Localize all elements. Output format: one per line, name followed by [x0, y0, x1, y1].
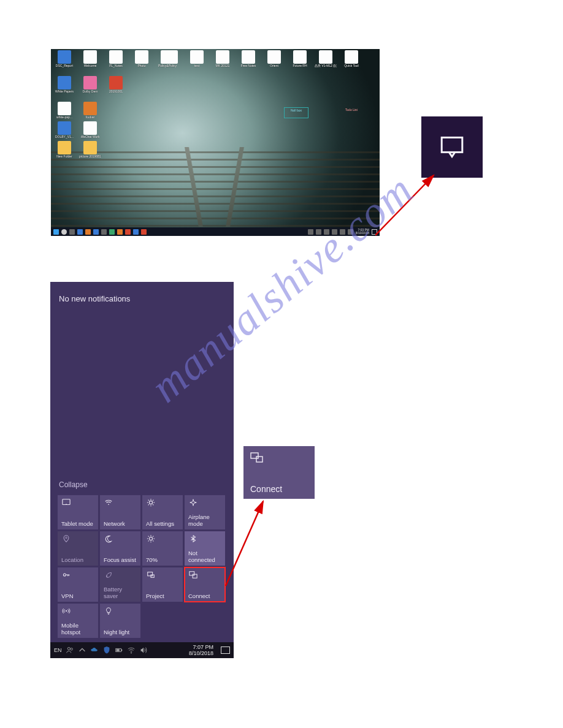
desktop-icon[interactable]: Future RH [289, 50, 311, 67]
desktop-icon[interactable]: white-pap... [53, 102, 75, 119]
quick-action-label: Battery saver [104, 586, 137, 599]
quick-action-battery-saver[interactable]: Battery saver [100, 567, 140, 602]
desktop-icon[interactable]: picture 20190816 [79, 141, 101, 158]
desktop-icon-row-1b: test MK 20121 Free Notes Orient Future R… [160, 50, 362, 67]
connect-icon [188, 571, 198, 579]
onedrive-icon[interactable] [90, 646, 99, 654]
task-view-icon[interactable] [69, 229, 75, 235]
start-button[interactable] [53, 229, 59, 235]
wifi-icon [104, 498, 113, 507]
wifi-icon[interactable] [127, 646, 136, 654]
desktop-icon[interactable]: Quick Tool [340, 50, 362, 67]
notification-center-button[interactable] [221, 646, 230, 654]
taskbar-bottom: EN 7:07 PM 8/10/2018 [50, 642, 234, 658]
bt-icon [188, 534, 198, 543]
taskbar-app-icon[interactable] [93, 229, 99, 235]
quick-action-night-light[interactable]: Night light [100, 604, 140, 638]
tray-icon[interactable] [340, 229, 345, 235]
quick-action-mobile-hotspot[interactable]: Mobile hotspot [58, 604, 98, 638]
tray-icon[interactable] [332, 229, 337, 235]
desktop-icon[interactable]: New Folder [53, 141, 75, 158]
taskbar-clock[interactable]: 7:07 PM 8/10/2018 [189, 644, 213, 656]
quick-action-label: VPN [61, 593, 94, 599]
desktop-icon[interactable]: 品质 V1-M12 自定项目 [315, 50, 337, 67]
quick-action-location[interactable]: Location [58, 531, 98, 566]
collapse-link[interactable]: Collapse [59, 480, 88, 489]
notification-center-icon [437, 132, 467, 162]
desktop-widget-2[interactable]: Todo List [339, 107, 364, 118]
quick-action-label: Mobile hotspot [61, 622, 94, 635]
quick-action-label: Connect [188, 593, 221, 599]
desktop-widget-1[interactable]: Null box [284, 107, 308, 118]
quick-action-all-settings[interactable]: All settings [142, 495, 183, 529]
quick-action-tablet-mode[interactable]: Tablet mode [58, 495, 98, 529]
quick-action-label: Not connected [188, 550, 221, 563]
desktop-icon[interactable]: Photo [131, 50, 153, 67]
desktop-icon-row-5: New Folder picture 20190816 [53, 141, 101, 158]
wallpaper-rails [51, 147, 380, 227]
svg-point-3 [70, 648, 72, 651]
quick-action-label: 70% [146, 556, 179, 563]
taskbar-app-icon[interactable] [101, 229, 107, 235]
quick-action-focus-assist[interactable]: Focus assist [100, 531, 140, 566]
key-icon [61, 571, 71, 579]
quick-action-network[interactable]: Network [100, 495, 140, 529]
tray-icon[interactable] [308, 229, 313, 235]
quick-action-label: Network [104, 520, 137, 527]
svg-rect-5 [121, 650, 121, 651]
desktop-icon-row-3: white-pap... foobar [53, 102, 101, 119]
svg-rect-8 [251, 453, 258, 458]
desktop-icon[interactable]: WeChat Work [79, 121, 101, 138]
svg-rect-6 [116, 649, 119, 651]
tray-icon[interactable] [316, 229, 321, 235]
desktop-icon[interactable]: DOLBY_V1... [53, 121, 75, 138]
desktop-icon[interactable]: MK 20121 [212, 50, 234, 67]
desktop-icon[interactable]: White Papers [53, 76, 75, 93]
quick-action-airplane-mode[interactable]: Airplane mode [185, 495, 225, 529]
desktop-icon[interactable]: foobar [79, 102, 101, 119]
desktop-icon[interactable]: FL_Notes [105, 50, 127, 67]
search-icon[interactable] [61, 229, 67, 235]
taskbar-app-icon[interactable] [77, 229, 83, 235]
taskbar-app-icon[interactable] [133, 229, 139, 235]
tray-icon[interactable] [348, 229, 353, 235]
gear-icon [146, 498, 156, 507]
quick-action-project[interactable]: Project [142, 567, 183, 602]
quick-action-label: Project [146, 593, 179, 599]
desktop-icon[interactable]: 20191001 [105, 76, 127, 93]
battery-icon[interactable] [115, 646, 123, 654]
tablet-icon [61, 498, 71, 507]
plane-icon [188, 498, 198, 507]
taskbar-app-icon[interactable] [141, 229, 147, 235]
desktop-icon[interactable]: Welcome [79, 50, 101, 67]
taskbar-app-icon[interactable] [117, 229, 123, 235]
quick-action-brightness[interactable]: 70% [142, 531, 183, 566]
desktop-icon[interactable]: DSC_Report [53, 50, 75, 67]
tray-icon[interactable] [324, 229, 329, 235]
desktop-icon[interactable]: Dolby Dem [79, 76, 101, 93]
svg-point-7 [131, 653, 132, 654]
quick-action-bluetooth[interactable]: Not connected [185, 531, 225, 566]
desktop-icon[interactable]: Orient [263, 50, 285, 67]
volume-icon[interactable] [139, 646, 148, 654]
bulb-icon [104, 607, 113, 615]
quick-action-label: All settings [146, 520, 179, 527]
security-icon[interactable] [102, 646, 111, 654]
quick-action-label: Airplane mode [188, 514, 221, 527]
desktop-icon[interactable]: Free Notes [237, 50, 259, 67]
connect-icon [250, 452, 264, 463]
desktop-icon[interactable] [160, 50, 182, 67]
desktop-icon-row-2: White Papers Dolby Dem 20191001 [53, 76, 127, 93]
language-indicator[interactable]: EN [54, 647, 62, 653]
desktop-icon[interactable]: test [186, 50, 208, 67]
taskbar-app-icon[interactable] [85, 229, 91, 235]
chevron-up-icon[interactable] [78, 646, 86, 654]
quick-action-vpn[interactable]: VPN [58, 567, 98, 602]
people-icon[interactable] [66, 646, 74, 654]
notification-center-button[interactable] [372, 229, 377, 235]
quick-action-connect[interactable]: Connect [185, 567, 225, 602]
taskbar-app-icon[interactable] [125, 229, 131, 235]
taskbar-app-icon[interactable] [109, 229, 115, 235]
taskbar-clock[interactable]: 7:03 PM 8/10/2018 [356, 229, 369, 235]
windows-desktop-screenshot: DSC_Report Welcome FL_Notes Photo Policy… [51, 49, 380, 236]
